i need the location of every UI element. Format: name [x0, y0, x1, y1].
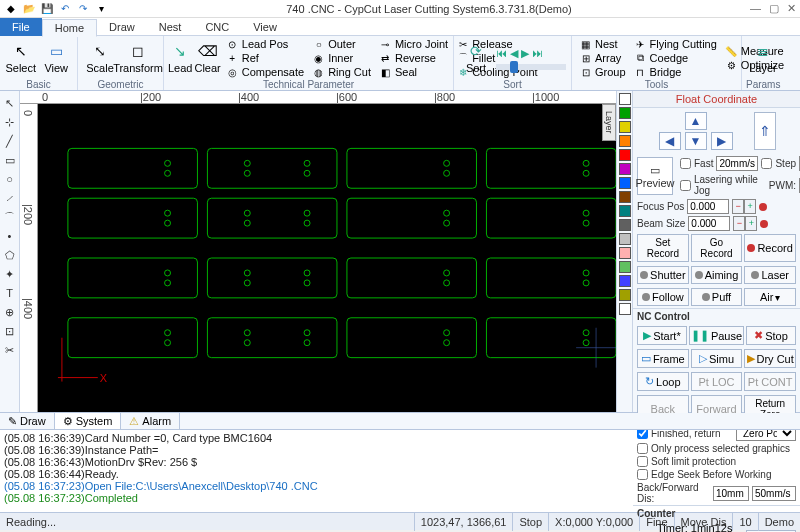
shutter-button[interactable]: Shutter: [637, 266, 689, 284]
nest-tab[interactable]: Nest: [147, 18, 194, 36]
layer-swatch[interactable]: [619, 191, 631, 203]
laser-toggle[interactable]: Laser: [744, 266, 796, 284]
tool-star[interactable]: ✦: [2, 266, 18, 282]
preview-button[interactable]: ▭Preview: [637, 157, 673, 195]
flying-button[interactable]: ✈Flying Cutting: [631, 37, 720, 51]
tool-measure[interactable]: ⊕: [2, 304, 18, 320]
layer-swatch[interactable]: [619, 233, 631, 245]
layer-swatch[interactable]: [619, 163, 631, 175]
stop-button[interactable]: ✖Stop: [746, 326, 796, 345]
layer-swatch[interactable]: [619, 289, 631, 301]
draw-tab[interactable]: Draw: [97, 18, 147, 36]
cnc-tab[interactable]: CNC: [193, 18, 241, 36]
pause-button[interactable]: ❚❚Pause: [689, 326, 744, 345]
ptcont-button[interactable]: Pt CONT: [744, 372, 796, 391]
clear-button[interactable]: ⌫Clear: [194, 37, 220, 79]
sort-next-icon[interactable]: ▶: [521, 47, 529, 60]
transform-button[interactable]: ◻Transform: [120, 37, 156, 79]
jog-up[interactable]: ▲: [685, 112, 707, 130]
open-icon[interactable]: 📂: [22, 2, 36, 16]
redo-icon[interactable]: ↷: [76, 2, 90, 16]
compensate-button[interactable]: ◎Compensate: [223, 65, 307, 79]
layer-swatch[interactable]: [619, 205, 631, 217]
tool-node[interactable]: ⊹: [2, 114, 18, 130]
ringcut-button[interactable]: ◍Ring Cut: [309, 65, 374, 79]
setrecord-button[interactable]: Set Record: [637, 234, 689, 262]
qat-more-icon[interactable]: ▾: [94, 2, 108, 16]
gorecord-button[interactable]: Go Record: [691, 234, 743, 262]
tool-pointer[interactable]: ↖: [2, 95, 18, 111]
focus-minus[interactable]: −: [732, 199, 744, 214]
start-button[interactable]: ▶Start*: [637, 326, 687, 345]
maximize-icon[interactable]: ▢: [769, 2, 779, 15]
file-tab[interactable]: File: [0, 18, 42, 36]
layer-swatch[interactable]: [619, 261, 631, 273]
tool-arc[interactable]: ⌒: [2, 209, 18, 225]
layer-swatch[interactable]: [619, 135, 631, 147]
view-menu-tab[interactable]: View: [241, 18, 289, 36]
btab-system[interactable]: ⚙System: [55, 413, 122, 429]
tool-polyline[interactable]: ⟋: [2, 190, 18, 206]
sort-slider[interactable]: [510, 61, 518, 73]
step-checkbox[interactable]: [761, 158, 772, 169]
layer-swatch[interactable]: [619, 149, 631, 161]
ref-button[interactable]: +Ref: [223, 51, 307, 65]
lead-button[interactable]: ↘Lead: [168, 37, 192, 79]
seal-button[interactable]: ◧Seal: [376, 65, 451, 79]
puff-button[interactable]: Puff: [691, 288, 743, 306]
drycut-button[interactable]: ▶Dry Cut: [744, 349, 796, 368]
tool-rect[interactable]: ▭: [2, 152, 18, 168]
sort-prev-group-icon[interactable]: ⏮: [496, 47, 507, 60]
loop-button[interactable]: ↻Loop: [637, 372, 689, 391]
bridge-button[interactable]: ⊓Bridge: [631, 65, 720, 79]
close-icon[interactable]: ✕: [787, 2, 796, 15]
leadpos-button[interactable]: ⊙Lead Pos: [223, 37, 307, 51]
layer-swatch[interactable]: [619, 247, 631, 259]
group-button[interactable]: ⊡Group: [576, 65, 629, 79]
beam-plus[interactable]: +: [745, 216, 757, 231]
jog-z-up[interactable]: ⇑: [754, 112, 776, 150]
tool-line[interactable]: ╱: [2, 133, 18, 149]
laserjog-checkbox[interactable]: [680, 180, 691, 191]
tool-circle[interactable]: ○: [2, 171, 18, 187]
sort-button[interactable]: ⟳Sort: [458, 37, 494, 79]
jog-left[interactable]: ◀: [659, 132, 681, 150]
focus-plus[interactable]: +: [744, 199, 756, 214]
outer-button[interactable]: ○Outer: [309, 37, 374, 51]
follow-button[interactable]: Follow: [637, 288, 689, 306]
reverse-button[interactable]: ⇄Reverse: [376, 51, 451, 65]
aiming-button[interactable]: Aiming: [691, 266, 743, 284]
tool-text[interactable]: T: [2, 285, 18, 301]
home-tab[interactable]: Home: [42, 19, 97, 37]
view-button[interactable]: ▭View: [40, 37, 74, 79]
layer-swatch[interactable]: [619, 121, 631, 133]
status-fine[interactable]: Fine: [639, 513, 673, 531]
sort-prev-icon[interactable]: ◀: [510, 47, 518, 60]
drawing-viewport[interactable]: Layer: [38, 104, 616, 412]
save-icon[interactable]: 💾: [40, 2, 54, 16]
simu-button[interactable]: ▷Simu: [691, 349, 743, 368]
layer-swatch[interactable]: [619, 107, 631, 119]
undo-icon[interactable]: ↶: [58, 2, 72, 16]
layer-swatch[interactable]: [619, 219, 631, 231]
sort-next-group-icon[interactable]: ⏭: [532, 47, 543, 60]
beam-input[interactable]: [688, 216, 730, 231]
record-button[interactable]: Record: [744, 234, 796, 262]
beam-minus[interactable]: −: [733, 216, 745, 231]
nest-button[interactable]: ▦Nest: [576, 37, 629, 51]
focus-input[interactable]: [687, 199, 729, 214]
tool-point[interactable]: •: [2, 228, 18, 244]
ptloc-button[interactable]: Pt LOC: [691, 372, 743, 391]
minimize-icon[interactable]: —: [750, 2, 761, 15]
air-button[interactable]: Air ▾: [744, 288, 796, 306]
tool-group[interactable]: ⊡: [2, 323, 18, 339]
array-button[interactable]: ⊞Array: [576, 51, 629, 65]
frame-button[interactable]: ▭Frame: [637, 349, 689, 368]
layer-swatch[interactable]: [619, 93, 631, 105]
layer-swatch[interactable]: [619, 177, 631, 189]
fast-input[interactable]: [716, 156, 758, 171]
fast-checkbox[interactable]: [680, 158, 691, 169]
jog-down[interactable]: ▼: [685, 132, 707, 150]
layer-button[interactable]: ≣Layer: [746, 37, 780, 79]
inner-button[interactable]: ◉Inner: [309, 51, 374, 65]
